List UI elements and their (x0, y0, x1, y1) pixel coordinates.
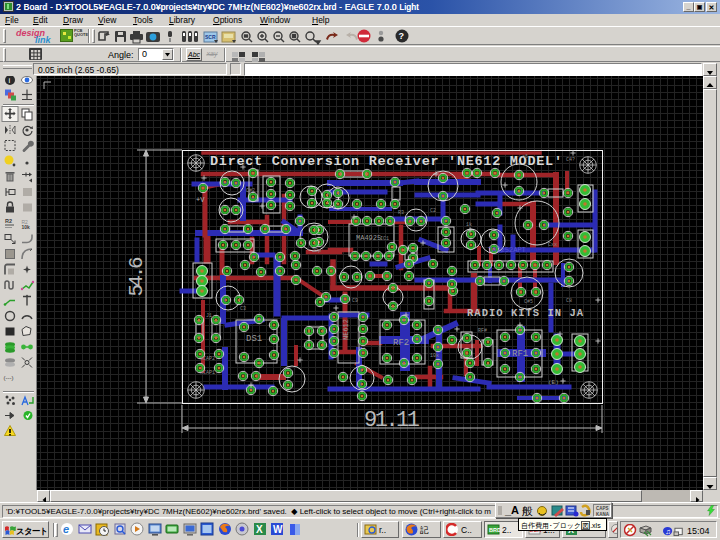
svg-text:C8: C8 (566, 298, 572, 304)
svg-text:91.11: 91.11 (364, 408, 420, 433)
svg-text:e: e (63, 523, 69, 535)
svg-text:?: ? (399, 31, 405, 41)
svg-text:J1: J1 (206, 313, 212, 319)
svg-text:22p: 22p (312, 248, 321, 254)
svg-text:Direct Conversion Receiver 'NE: Direct Conversion Receiver 'NE612 MODEL' (210, 154, 562, 169)
svg-text:C9: C9 (352, 298, 358, 304)
svg-text:(---): (---) (4, 375, 14, 381)
svg-text:xCAP2: xCAP2 (200, 356, 215, 362)
svg-text:MA4925: MA4925 (356, 234, 381, 242)
svg-text:C3: C3 (240, 306, 246, 312)
svg-text:RF1: RF1 (512, 349, 528, 359)
svg-text:DS1: DS1 (246, 334, 262, 344)
svg-text:SCR: SCR (205, 34, 216, 40)
svg-text:+V: +V (196, 196, 205, 204)
svg-text:TA7252APT: TA7252APT (488, 246, 526, 254)
svg-text:NE612: NE612 (342, 319, 350, 340)
svg-text:R2: R2 (5, 218, 12, 224)
svg-text:C#5: C#5 (524, 299, 533, 305)
svg-text:i: i (9, 76, 11, 85)
svg-text:1k: 1k (466, 222, 472, 228)
svg-text:54.6: 54.6 (125, 257, 148, 297)
svg-text:♫: ♫ (665, 527, 671, 536)
svg-text:xCAP1: xCAP1 (200, 370, 215, 376)
svg-text:RADIO KITS IN JA: RADIO KITS IN JA (467, 307, 584, 319)
svg-text:R3: R3 (398, 210, 404, 216)
svg-text:BRD: BRD (489, 527, 500, 533)
svg-text:RF2: RF2 (393, 338, 409, 348)
svg-text:RF#: RF# (478, 328, 487, 334)
svg-text:C4?: C4? (566, 157, 575, 163)
svg-text:W: W (273, 524, 283, 535)
svg-text:10k: 10k (22, 224, 31, 230)
svg-text:c6: c6 (522, 154, 528, 160)
svg-text:(E): (E) (548, 379, 559, 386)
svg-text:C#2: C#2 (246, 188, 255, 194)
svg-text:X: X (256, 524, 263, 535)
svg-text:C2: C2 (430, 208, 436, 214)
svg-text:IC1: IC1 (380, 236, 389, 242)
svg-text:Cxx: Cxx (548, 242, 557, 248)
svg-text:10k: 10k (430, 353, 439, 359)
